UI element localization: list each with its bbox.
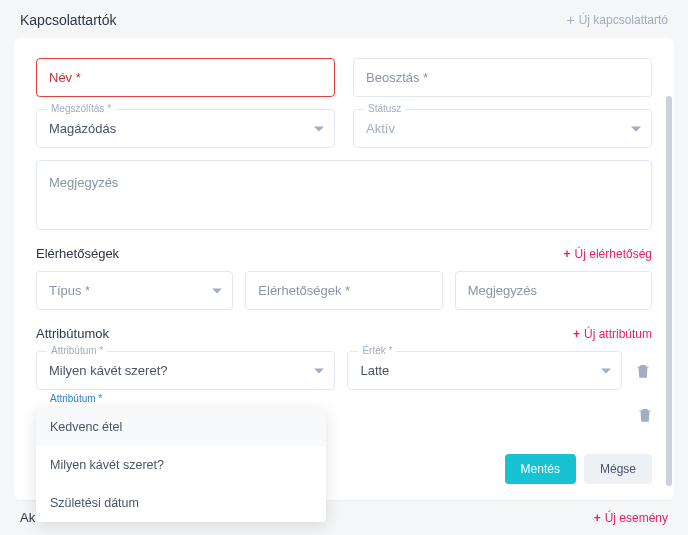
add-event-label: Új esemény	[605, 511, 668, 525]
dropdown-option[interactable]: Kedvenc étel	[36, 408, 326, 446]
attribute-value-label: Érték *	[358, 345, 396, 356]
page-title: Kapcsolattartók	[20, 12, 117, 28]
activities-section-title: Ak	[20, 510, 35, 525]
status-label: Státusz	[364, 103, 405, 114]
attribute-name-select[interactable]: Attribútum * Milyen kávét szeret?	[36, 351, 335, 390]
chevron-down-icon	[314, 368, 324, 373]
add-event-button[interactable]: + Új esemény	[594, 511, 668, 525]
chevron-down-icon	[601, 368, 611, 373]
note-placeholder: Megjegyzés	[49, 175, 118, 190]
salutation-label: Megszólítás *	[47, 103, 115, 114]
attribute-dropdown-menu: Kedvenc étel Milyen kávét szeret? Szület…	[36, 408, 326, 522]
attributes-section-title: Attribútumok	[36, 326, 109, 341]
contact-form-card: Név * Beosztás * Megszólítás * Magázódás…	[14, 38, 674, 500]
add-contact-label: Új kapcsolattartó	[579, 13, 668, 27]
add-attribute-label: Új attribútum	[584, 327, 652, 341]
name-field[interactable]: Név *	[36, 58, 335, 97]
scrollbar-thumb[interactable]	[666, 96, 672, 486]
contact-value-field[interactable]: Elérhetőségek *	[245, 271, 442, 310]
add-contact-method-label: Új elérhetőség	[575, 247, 652, 261]
contact-value-placeholder: Elérhetőségek *	[258, 283, 350, 298]
dropdown-option[interactable]: Milyen kávét szeret?	[36, 446, 326, 484]
chevron-down-icon	[631, 126, 641, 131]
contact-note-field[interactable]: Megjegyzés	[455, 271, 652, 310]
plus-icon: +	[594, 511, 601, 525]
salutation-select[interactable]: Megszólítás * Magázódás	[36, 109, 335, 148]
attribute-name-value: Milyen kávét szeret?	[49, 363, 168, 378]
note-textarea[interactable]: Megjegyzés	[36, 160, 652, 230]
contact-note-placeholder: Megjegyzés	[468, 283, 537, 298]
save-button[interactable]: Mentés	[505, 454, 576, 484]
contacts-section-title: Elérhetőségek	[36, 246, 119, 261]
position-placeholder: Beosztás *	[366, 70, 428, 85]
attribute-row: Attribútum * Milyen kávét szeret? Érték …	[36, 351, 652, 390]
attribute-value-select[interactable]: Érték * Latte	[347, 351, 622, 390]
chevron-down-icon	[212, 288, 222, 293]
plus-icon: +	[566, 12, 574, 28]
plus-icon: +	[564, 247, 571, 261]
add-contact-button[interactable]: + Új kapcsolattartó	[566, 12, 668, 28]
cancel-button[interactable]: Mégse	[584, 454, 652, 484]
trash-icon[interactable]	[636, 406, 654, 424]
add-attribute-button[interactable]: + Új attribútum	[573, 327, 652, 341]
position-field[interactable]: Beosztás *	[353, 58, 652, 97]
plus-icon: +	[573, 327, 580, 341]
dropdown-option[interactable]: Születési dátum	[36, 484, 326, 522]
status-value: Aktív	[366, 121, 395, 136]
trash-icon[interactable]	[634, 362, 652, 380]
status-select[interactable]: Státusz Aktív	[353, 109, 652, 148]
attribute-value-value: Latte	[360, 363, 389, 378]
contact-type-select[interactable]: Típus *	[36, 271, 233, 310]
add-contact-method-button[interactable]: + Új elérhetőség	[564, 247, 652, 261]
contact-type-placeholder: Típus *	[49, 283, 90, 298]
attribute-name-label: Attribútum *	[47, 345, 107, 356]
salutation-value: Magázódás	[49, 121, 116, 136]
name-placeholder: Név *	[49, 70, 81, 85]
attribute-name-label-open: Attribútum *	[46, 393, 106, 404]
chevron-down-icon	[314, 126, 324, 131]
